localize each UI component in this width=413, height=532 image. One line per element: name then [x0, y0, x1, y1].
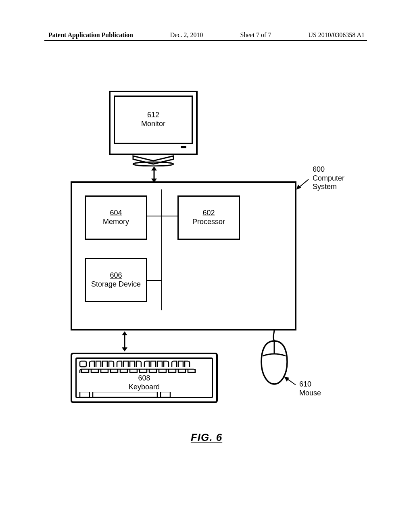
memory-ref: 604	[110, 209, 122, 218]
storage-box: 606 Storage Device	[85, 258, 147, 302]
keyboard-system-connector-icon	[122, 331, 127, 351]
svg-rect-13	[161, 392, 170, 397]
memory-label: Memory	[103, 218, 129, 227]
header-date: Dec. 2, 2010	[170, 31, 203, 39]
memory-box: 604 Memory	[85, 195, 147, 240]
header-rule	[44, 40, 367, 41]
svg-rect-12	[93, 392, 157, 397]
svg-marker-2	[151, 166, 157, 170]
system-leader-icon	[296, 177, 313, 189]
monitor-label: Monitor	[141, 120, 165, 129]
keyboard-label: Keyboard	[129, 383, 160, 392]
storage-ref: 606	[110, 271, 122, 280]
processor-label: Processor	[192, 218, 225, 227]
header-pubno: US 2010/0306358 A1	[308, 31, 365, 39]
processor-ref: 602	[202, 209, 215, 218]
keyboard-ref: 608	[138, 374, 150, 383]
page-header: Patent Application Publication Dec. 2, 2…	[0, 31, 413, 39]
header-publication: Patent Application Publication	[48, 31, 133, 39]
mouse-callout: 610 Mouse	[299, 380, 321, 397]
mouse-leader-icon	[284, 377, 298, 387]
figure-caption: FIG. 6	[0, 431, 413, 444]
svg-rect-9	[80, 361, 86, 367]
keyboard-inner: 608 Keyboard	[75, 357, 213, 398]
figure: 612 Monitor 600 Computer System 604	[60, 91, 351, 417]
monitor-power-button-icon	[181, 146, 186, 148]
svg-marker-5	[296, 185, 301, 189]
header-sheet: Sheet 7 of 7	[240, 31, 271, 39]
system-label2: System	[313, 183, 337, 191]
svg-marker-8	[122, 347, 127, 351]
bus-to-memory-line	[147, 216, 161, 216]
system-callout: 600 Computer System	[313, 165, 344, 191]
bus-to-storage-line	[147, 280, 161, 281]
storage-label: Storage Device	[91, 280, 141, 289]
bus-vertical-line	[161, 189, 162, 310]
processor-box: 602 Processor	[177, 195, 240, 240]
monitor-stand-icon	[131, 155, 175, 166]
svg-rect-11	[80, 392, 90, 397]
mouse-ref: 610	[299, 380, 311, 388]
monitor-system-connector-icon	[151, 166, 157, 183]
system-ref: 600	[313, 165, 325, 173]
bus-to-processor-line	[162, 216, 177, 216]
svg-marker-16	[284, 377, 289, 382]
svg-marker-7	[122, 331, 127, 335]
mouse-label: Mouse	[299, 389, 321, 397]
monitor-ref: 612	[147, 111, 159, 120]
system-label1: Computer	[313, 174, 344, 182]
monitor-screen: 612 Monitor	[114, 96, 193, 144]
